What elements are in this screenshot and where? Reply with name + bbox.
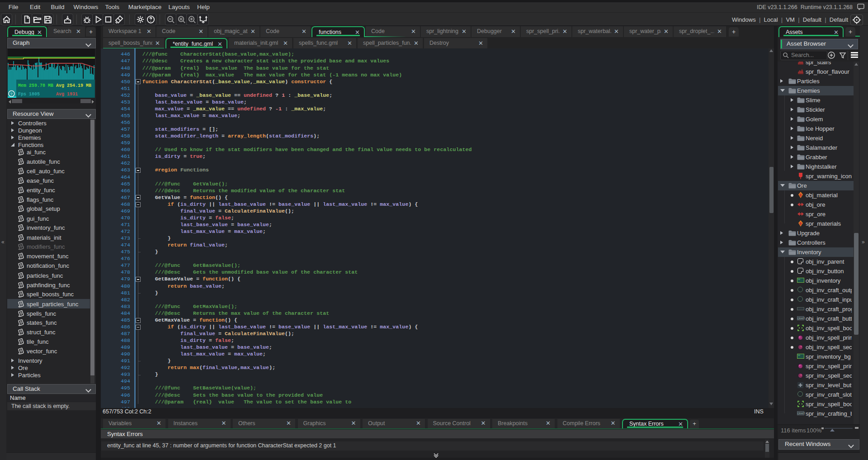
svg-text:Fps 1805: Fps 1805	[18, 92, 40, 97]
svg-text:?: ?	[10, 92, 13, 96]
svg-text:Avg 254.19 MB: Avg 254.19 MB	[56, 83, 91, 88]
svg-text:Mem 259.78 MB: Mem 259.78 MB	[18, 83, 53, 88]
svg-text:Avg 1931: Avg 1931	[56, 92, 78, 97]
